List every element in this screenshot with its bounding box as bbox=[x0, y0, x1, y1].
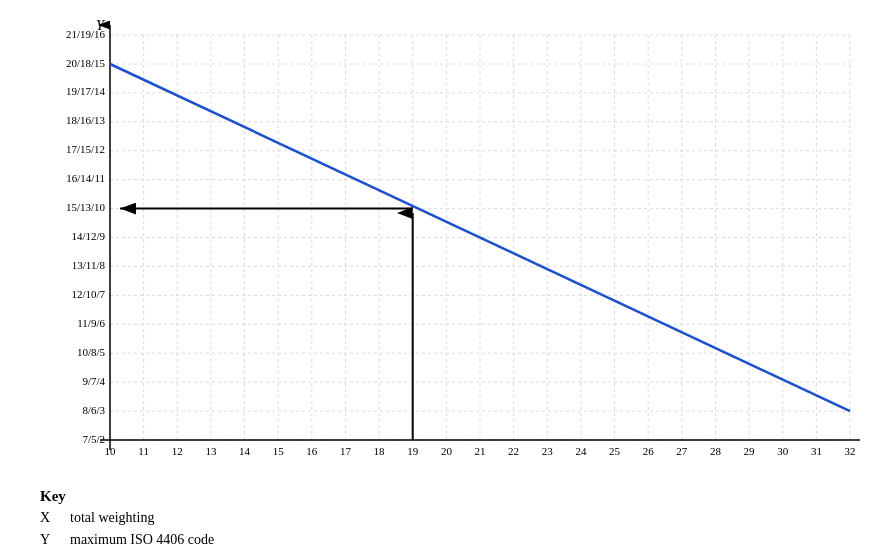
y-tick-6: 13/11/8 bbox=[72, 259, 106, 271]
key-title: Key bbox=[40, 488, 853, 505]
y-tick-10: 17/15/12 bbox=[66, 143, 105, 155]
y-tick-1: 8/6/3 bbox=[82, 404, 105, 416]
x-tick-27: 27 bbox=[676, 445, 688, 457]
x-tick-24: 24 bbox=[575, 445, 587, 457]
x-tick-29: 29 bbox=[744, 445, 756, 457]
x-tick-30: 30 bbox=[777, 445, 789, 457]
y-tick-13: 20/18/15 bbox=[66, 57, 106, 69]
y-tick-3: 10/8/5 bbox=[77, 346, 106, 358]
x-tick-17: 17 bbox=[340, 445, 352, 457]
key-row-y: Y maximum ISO 4406 code bbox=[40, 529, 853, 551]
key-letter-y: Y bbox=[40, 529, 60, 551]
key-letter-x: X bbox=[40, 507, 60, 529]
x-tick-28: 28 bbox=[710, 445, 722, 457]
x-tick-10: 10 bbox=[105, 445, 117, 457]
x-tick-19: 19 bbox=[407, 445, 419, 457]
y-tick-0: 7/5/2 bbox=[82, 433, 105, 445]
y-tick-12: 19/17/14 bbox=[66, 85, 106, 97]
key-section: Key X total weighting Y maximum ISO 4406… bbox=[40, 488, 853, 552]
chart-svg: Y X 7/5/2 8/6/3 9/7/4 10/8/5 11/9/6 12/1… bbox=[40, 20, 860, 480]
y-tick-4: 11/9/6 bbox=[77, 317, 105, 329]
x-tick-26: 26 bbox=[643, 445, 655, 457]
x-tick-21: 21 bbox=[475, 445, 486, 457]
x-tick-18: 18 bbox=[374, 445, 386, 457]
x-tick-23: 23 bbox=[542, 445, 554, 457]
key-description-x: total weighting bbox=[70, 507, 154, 529]
x-tick-25: 25 bbox=[609, 445, 621, 457]
x-tick-16: 16 bbox=[306, 445, 318, 457]
key-row-x: X total weighting bbox=[40, 507, 853, 529]
key-description-y: maximum ISO 4406 code bbox=[70, 529, 214, 551]
y-tick-7: 14/12/9 bbox=[71, 230, 105, 242]
main-container: Y X 7/5/2 8/6/3 9/7/4 10/8/5 11/9/6 12/1… bbox=[0, 0, 873, 560]
x-tick-20: 20 bbox=[441, 445, 453, 457]
y-tick-8: 15/13/10 bbox=[66, 201, 106, 213]
x-tick-31: 31 bbox=[811, 445, 822, 457]
x-tick-11: 11 bbox=[138, 445, 149, 457]
y-tick-5: 12/10/7 bbox=[71, 288, 105, 300]
x-tick-13: 13 bbox=[205, 445, 217, 457]
x-tick-32: 32 bbox=[845, 445, 856, 457]
x-tick-12: 12 bbox=[172, 445, 183, 457]
y-tick-11: 18/16/13 bbox=[66, 114, 106, 126]
chart-area: Y X 7/5/2 8/6/3 9/7/4 10/8/5 11/9/6 12/1… bbox=[40, 20, 860, 480]
x-tick-15: 15 bbox=[273, 445, 285, 457]
y-tick-9: 16/14/11 bbox=[66, 172, 105, 184]
y-tick-14: 21/19/16 bbox=[66, 28, 106, 40]
x-tick-22: 22 bbox=[508, 445, 519, 457]
x-tick-14: 14 bbox=[239, 445, 251, 457]
y-tick-2: 9/7/4 bbox=[82, 375, 105, 387]
